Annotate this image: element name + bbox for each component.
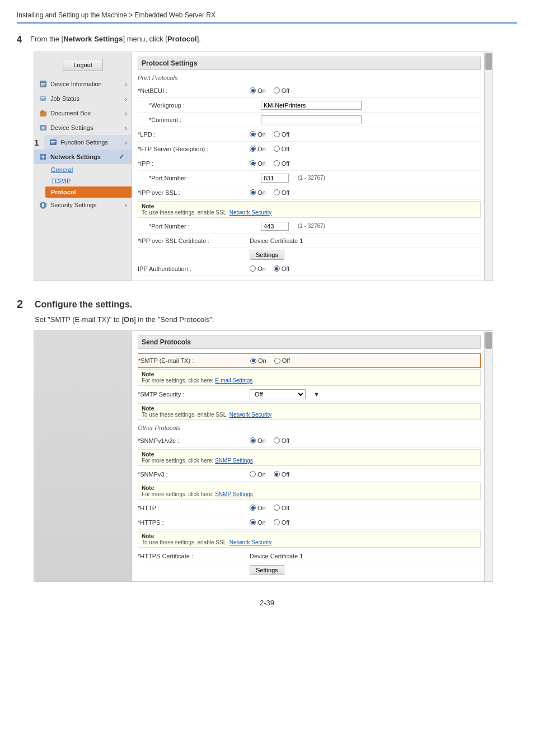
- workgroup-label: *Workgroup :: [149, 102, 261, 109]
- sidebar-item-job-status[interactable]: Job Status: [34, 91, 132, 106]
- ipp-auth-off-option[interactable]: Off: [274, 265, 289, 272]
- ssl-port-row: *Port Number : (1 - 32767): [138, 219, 481, 234]
- lpd-off-option[interactable]: Off: [274, 131, 289, 138]
- email-settings-link[interactable]: E-mail Settings: [215, 377, 252, 384]
- scrollbar1[interactable]: [484, 52, 492, 281]
- ipp-port-input[interactable]: [261, 174, 289, 183]
- https-off-radio[interactable]: [274, 519, 280, 525]
- network-security-link3[interactable]: Network Security: [229, 539, 272, 545]
- logout-button[interactable]: Logout: [63, 59, 103, 71]
- snmpv3-off-option[interactable]: Off: [274, 471, 289, 478]
- smtp-security-note: Note To use these settings, enable SSL: …: [138, 403, 481, 420]
- sidebar-subitem-general[interactable]: General: [45, 164, 132, 175]
- scrollbar2[interactable]: [484, 331, 492, 581]
- step4-number: 4: [17, 35, 26, 45]
- ssl-port-input[interactable]: [261, 222, 289, 231]
- settings-btn-row1: Settings: [138, 248, 481, 262]
- ftp-row: *FTP Server (Reception) : On Off: [138, 142, 481, 156]
- svg-rect-3: [41, 86, 44, 86]
- scrollbar-thumb1[interactable]: [485, 53, 492, 70]
- netbeui-off-option[interactable]: Off: [274, 87, 289, 94]
- sidebar-item-label: Device Information: [50, 81, 102, 87]
- sidebar-item-device-information[interactable]: Device Information: [34, 77, 132, 91]
- sidebar-item-document-box[interactable]: Document Box: [34, 106, 132, 120]
- scrollbar-thumb2[interactable]: [485, 332, 492, 349]
- smtp-row: *SMTP (E-mail TX) : On Off: [138, 353, 481, 368]
- sidebar-subitem-tcpip[interactable]: TCP/IP: [45, 175, 132, 186]
- smtp-off-option[interactable]: Off: [274, 357, 290, 364]
- smtp-off-radio[interactable]: [274, 358, 280, 364]
- netbeui-off-radio[interactable]: [274, 87, 280, 94]
- snmpv3-on-option[interactable]: On: [250, 471, 266, 478]
- page-container: Installing and Setting up the Machine > …: [0, 0, 534, 618]
- network-security-link2[interactable]: Network Security: [229, 412, 272, 418]
- smtp-note: Note For more settings, click here: E-ma…: [138, 369, 481, 386]
- http-off-radio[interactable]: [274, 505, 280, 511]
- http-off-option[interactable]: Off: [274, 505, 289, 511]
- snmpv12-on-radio[interactable]: [250, 437, 256, 444]
- sidebar-item-device-settings[interactable]: Device Settings: [34, 120, 132, 135]
- ssl-port-value: (1 - 32767): [261, 222, 481, 231]
- ipp-auth-on-option[interactable]: On: [250, 265, 266, 272]
- ftp-off-option[interactable]: Off: [274, 146, 289, 152]
- ipp-on-radio[interactable]: [250, 160, 256, 166]
- lpd-on-option[interactable]: On: [250, 131, 266, 138]
- ipp-off-radio[interactable]: [274, 160, 280, 166]
- snmp-settings-link1[interactable]: SNMP Settings: [215, 458, 253, 464]
- ftp-off-radio[interactable]: [274, 146, 280, 152]
- ftp-on-radio[interactable]: [250, 146, 256, 152]
- settings-button1[interactable]: Settings: [250, 250, 284, 260]
- ipp-value: On Off: [250, 160, 481, 167]
- snmpv12-row: *SNMPv1/v2c : On Off: [138, 433, 481, 448]
- ipp-ssl-on-option[interactable]: On: [250, 189, 266, 196]
- lpd-off-radio[interactable]: [274, 131, 280, 137]
- smtp-on-radio[interactable]: [250, 358, 256, 364]
- snmpv3-note: Note For more settings, click here: SNMP…: [138, 483, 481, 500]
- snmp-settings-link2[interactable]: SNMP Settings: [215, 491, 253, 497]
- ipp-ssl-on-radio[interactable]: [250, 189, 256, 195]
- snmpv3-off-radio[interactable]: [274, 471, 280, 477]
- snmpv12-off-option[interactable]: Off: [274, 437, 289, 444]
- snmpv12-label: *SNMPv1/v2c :: [138, 437, 250, 444]
- settings-button2[interactable]: Settings: [250, 565, 284, 575]
- smtp-radio-group: On Off: [250, 357, 290, 364]
- snmpv3-on-radio[interactable]: [250, 471, 256, 477]
- ipp-auth-value: On Off: [250, 265, 481, 272]
- netbeui-on-option[interactable]: On: [250, 87, 266, 94]
- http-on-radio[interactable]: [250, 505, 256, 511]
- http-on-option[interactable]: On: [250, 505, 266, 511]
- workgroup-input[interactable]: [261, 101, 362, 110]
- ipp-auth-off-radio[interactable]: [274, 265, 280, 272]
- https-row: *HTTPS : On Off: [138, 515, 481, 530]
- lpd-on-radio[interactable]: [250, 131, 256, 137]
- snmpv12-off-radio[interactable]: [274, 437, 280, 444]
- ipp-auth-on-radio[interactable]: [250, 265, 256, 272]
- sidebar-item-function-settings[interactable]: Function Settings: [44, 135, 132, 150]
- https-off-option[interactable]: Off: [274, 519, 289, 526]
- protocol-settings-header: Protocol Settings: [138, 57, 481, 70]
- https-on-option[interactable]: On: [250, 519, 266, 526]
- ipp-ssl-off-radio[interactable]: [274, 189, 280, 195]
- ftp-on-option[interactable]: On: [250, 146, 266, 152]
- ipp-auth-label: IPP Authentication :: [138, 265, 250, 272]
- sidebar-item-security-settings[interactable]: Security Settings: [34, 198, 132, 212]
- ipp-auth-row: IPP Authentication : On Off: [138, 262, 481, 276]
- svg-rect-1: [41, 83, 45, 84]
- ipp-ssl-off-option[interactable]: Off: [274, 189, 289, 196]
- snmpv12-on-option[interactable]: On: [250, 437, 266, 444]
- ipp-on-option[interactable]: On: [250, 160, 266, 167]
- sidebar-subitem-protocol[interactable]: Protocol: [45, 186, 132, 198]
- snmpv12-radio-group: On Off: [250, 437, 289, 444]
- comment-input[interactable]: [261, 115, 362, 124]
- netbeui-on-radio[interactable]: [250, 87, 256, 94]
- network-security-link1[interactable]: Network Security: [229, 209, 272, 216]
- https-on-radio[interactable]: [250, 519, 256, 525]
- snmpv3-value: On Off: [250, 471, 481, 478]
- smtp-security-select[interactable]: Off SSL/TLS STARTTLS: [250, 389, 306, 399]
- smtp-on-option[interactable]: On: [250, 357, 266, 364]
- ipp-ssl-row: *IPP over SSL : On Off: [138, 185, 481, 200]
- ipp-off-option[interactable]: Off: [274, 160, 289, 167]
- sidebar-item-network-settings[interactable]: Network Settings ✓: [34, 150, 132, 164]
- step4-text: From the [Network Settings] menu, click …: [30, 35, 201, 43]
- dropdown-arrow-icon: ▼: [313, 391, 320, 398]
